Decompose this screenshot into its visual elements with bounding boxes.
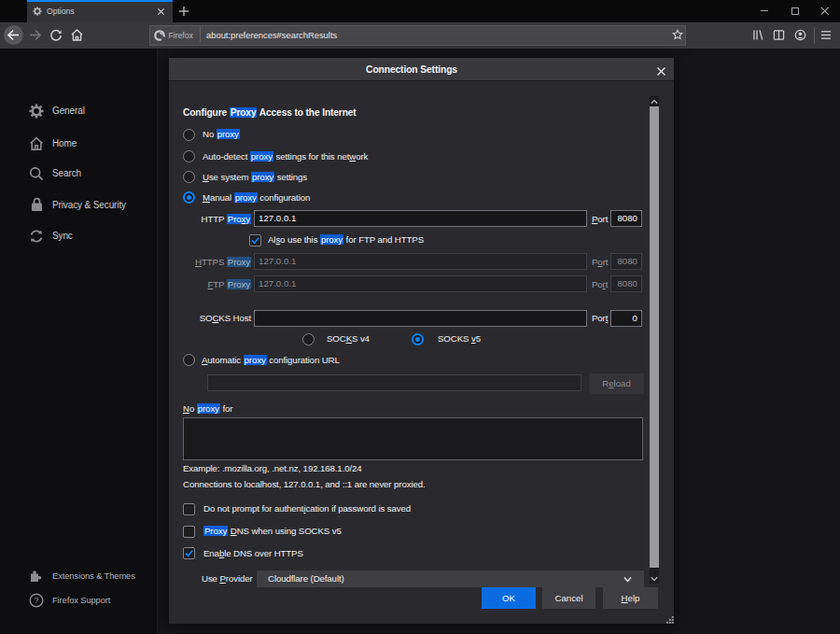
svg-text:?: ?: [34, 595, 38, 605]
